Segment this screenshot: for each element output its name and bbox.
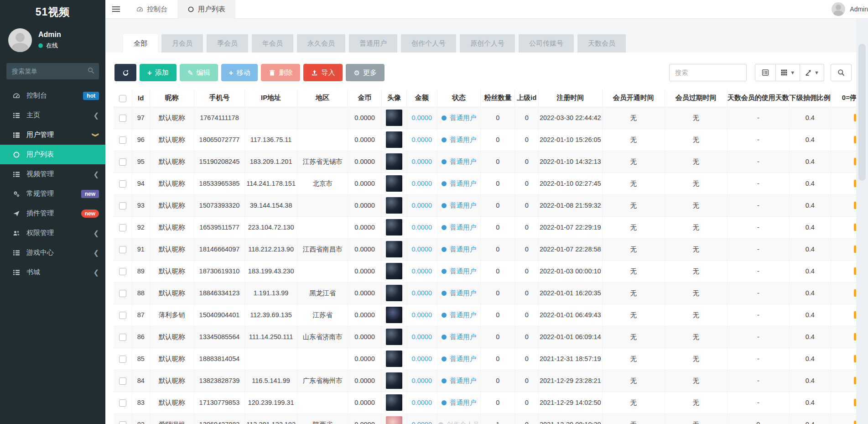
- row-checkbox[interactable]: [119, 356, 126, 363]
- amount-link[interactable]: 0.0000: [412, 246, 432, 253]
- status-badge[interactable]: 普通用户: [442, 311, 476, 319]
- status-badge[interactable]: 普通用户: [442, 245, 476, 254]
- delete-button[interactable]: 删除: [261, 64, 300, 81]
- status-badge[interactable]: 普通用户: [442, 398, 476, 407]
- sidebar-item-游戏中心[interactable]: 游戏中心 ❮: [0, 243, 105, 262]
- user-avatar-image[interactable]: [386, 351, 402, 367]
- row-checkbox[interactable]: [119, 136, 126, 144]
- amount-link[interactable]: 0.0000: [412, 224, 432, 231]
- amount-link[interactable]: 0.0000: [412, 377, 432, 384]
- status-badge[interactable]: 普通用户: [442, 223, 476, 232]
- status-badge[interactable]: 普通用户: [442, 333, 476, 341]
- row-checkbox[interactable]: [119, 399, 126, 407]
- amount-link[interactable]: 0.0000: [412, 158, 432, 165]
- add-button[interactable]: +添加: [140, 64, 177, 81]
- sidebar-item-视频管理[interactable]: 视频管理 ❮: [0, 164, 105, 184]
- sidebar-item-用户列表[interactable]: 用户列表: [0, 145, 105, 164]
- status-badge[interactable]: 普通用户: [442, 201, 476, 210]
- filter-tab-普通用户[interactable]: 普通用户: [349, 34, 397, 52]
- row-checkbox[interactable]: [119, 115, 126, 122]
- user-avatar-image[interactable]: [386, 372, 402, 389]
- sidebar-search-input[interactable]: [6, 63, 99, 79]
- user-avatar-image[interactable]: [386, 329, 402, 345]
- row-checkbox[interactable]: [119, 421, 126, 424]
- sidebar-item-插件管理[interactable]: 插件管理 new: [0, 204, 105, 223]
- move-button[interactable]: +移动: [221, 64, 258, 81]
- columns-button[interactable]: ▼: [776, 64, 800, 81]
- row-checkbox[interactable]: [119, 202, 126, 209]
- row-checkbox[interactable]: [119, 290, 126, 297]
- amount-link[interactable]: 0.0000: [412, 311, 432, 319]
- user-avatar-image[interactable]: [386, 394, 402, 411]
- import-button[interactable]: 导入: [303, 64, 343, 81]
- user-avatar-image[interactable]: [386, 263, 402, 279]
- row-checkbox[interactable]: [119, 224, 126, 231]
- search-go-button[interactable]: [831, 64, 852, 81]
- user-avatar-image[interactable]: [386, 219, 402, 236]
- user-avatar-image[interactable]: [386, 110, 402, 126]
- sidebar-item-控制台[interactable]: 控制台 hot: [0, 86, 105, 105]
- status-badge[interactable]: 普通用户: [442, 179, 476, 188]
- filter-tab-公司传媒号[interactable]: 公司传媒号: [519, 34, 574, 52]
- filter-tab-永久会员[interactable]: 永久会员: [297, 34, 345, 52]
- filter-tab-创作个人号[interactable]: 创作个人号: [401, 34, 456, 52]
- status-badge[interactable]: 普通用户: [442, 267, 476, 276]
- filter-tab-原创个人号[interactable]: 原创个人号: [460, 34, 515, 52]
- status-badge[interactable]: 普通用户: [442, 136, 476, 144]
- hamburger-menu-icon[interactable]: [105, 0, 126, 19]
- export-button[interactable]: ▼: [800, 64, 824, 81]
- amount-link[interactable]: 0.0000: [412, 399, 432, 406]
- amount-link[interactable]: 0.0000: [412, 333, 432, 340]
- user-avatar-image[interactable]: [386, 153, 402, 170]
- sidebar-item-书城[interactable]: 书城 ❮: [0, 262, 105, 282]
- vertical-scrollbar[interactable]: [856, 19, 868, 424]
- select-all-checkbox[interactable]: [119, 95, 126, 102]
- row-checkbox[interactable]: [119, 268, 126, 275]
- status-badge[interactable]: 普通用户: [442, 157, 476, 166]
- status-badge[interactable]: 普通用户: [442, 377, 476, 385]
- sidebar-item-主页[interactable]: 主页 ❮: [0, 105, 105, 125]
- amount-link[interactable]: 0.0000: [412, 136, 432, 143]
- amount-link[interactable]: 0.0000: [412, 267, 432, 275]
- filter-tab-天数会员[interactable]: 天数会员: [577, 34, 626, 52]
- amount-link[interactable]: 0.0000: [412, 202, 432, 209]
- row-checkbox[interactable]: [119, 334, 126, 341]
- sidebar-item-用户管理[interactable]: 用户管理 ❱︎: [0, 125, 105, 145]
- user-avatar-image[interactable]: [386, 175, 402, 192]
- row-checkbox[interactable]: [119, 158, 126, 166]
- filter-tab-年会员[interactable]: 年会员: [252, 34, 293, 52]
- refresh-button[interactable]: [114, 64, 136, 81]
- amount-link[interactable]: 0.0000: [412, 114, 432, 121]
- row-checkbox[interactable]: [119, 180, 126, 188]
- user-avatar-image[interactable]: [386, 285, 402, 301]
- user-avatar-image[interactable]: [386, 307, 402, 323]
- scrollbar-thumb[interactable]: [858, 44, 866, 181]
- user-avatar-image[interactable]: [386, 197, 402, 214]
- user-avatar-image[interactable]: [386, 131, 402, 148]
- status-badge[interactable]: 普通用户: [442, 355, 476, 363]
- row-checkbox[interactable]: [119, 377, 126, 385]
- topbar-user[interactable]: Admin: [832, 2, 868, 16]
- status-badge[interactable]: 创作个人号: [438, 420, 480, 424]
- amount-link[interactable]: 0.0000: [412, 421, 432, 424]
- sidebar-item-常规管理[interactable]: 常规管理 new: [0, 184, 105, 204]
- amount-link[interactable]: 0.0000: [412, 289, 432, 297]
- filter-tab-月会员[interactable]: 月会员: [161, 34, 203, 52]
- sidebar-item-权限管理[interactable]: 权限管理 ❮: [0, 223, 105, 243]
- amount-link[interactable]: 0.0000: [412, 355, 432, 362]
- row-checkbox[interactable]: [119, 312, 126, 319]
- status-badge[interactable]: 普通用户: [442, 289, 476, 298]
- filter-tab-全部[interactable]: 全部: [123, 34, 158, 52]
- list-view-button[interactable]: [755, 64, 776, 81]
- user-avatar-image[interactable]: [386, 416, 402, 424]
- topbar-tab-用户列表[interactable]: 用户列表: [177, 0, 235, 19]
- status-badge[interactable]: 普通用户: [442, 114, 476, 122]
- amount-link[interactable]: 0.0000: [412, 180, 432, 187]
- filter-tab-季会员[interactable]: 季会员: [207, 34, 248, 52]
- more-button[interactable]: ⚙更多: [346, 64, 384, 81]
- row-checkbox[interactable]: [119, 246, 126, 253]
- table-search-input[interactable]: [669, 64, 747, 81]
- topbar-tab-控制台[interactable]: 控制台: [126, 0, 177, 19]
- user-avatar-image[interactable]: [386, 241, 402, 257]
- edit-button[interactable]: ✎编辑: [180, 64, 218, 81]
